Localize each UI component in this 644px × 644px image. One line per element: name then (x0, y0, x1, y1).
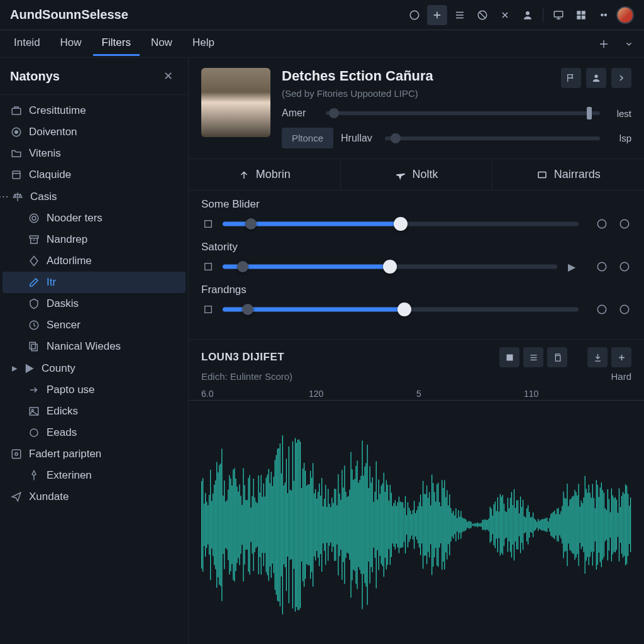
sidebar-item-daskis[interactable]: Daskis (3, 293, 186, 314)
svg-rect-216 (429, 492, 430, 558)
svg-rect-145 (339, 494, 340, 557)
svg-rect-39 (205, 493, 206, 557)
svg-rect-357 (608, 489, 608, 560)
svg-rect-3 (554, 11, 563, 17)
sidebar-close-icon[interactable]: ✕ (158, 67, 178, 86)
svg-rect-348 (596, 480, 597, 569)
collapse-icon[interactable] (594, 34, 614, 54)
at-icon[interactable] (618, 217, 631, 231)
waveform-display[interactable] (201, 406, 631, 644)
more-icon[interactable]: •• (594, 5, 614, 25)
svg-rect-38 (204, 504, 204, 547)
svg-rect-135 (326, 507, 327, 543)
close-icon[interactable] (495, 5, 515, 25)
slider-2[interactable] (223, 306, 579, 313)
svg-rect-159 (357, 460, 357, 589)
svg-rect-187 (392, 506, 393, 544)
sidebar-item-edicks[interactable]: Edicks (3, 401, 186, 422)
sidebar-item-fadert-paripten[interactable]: Fadert paripten (3, 443, 186, 465)
tab-nairrards[interactable]: Nairrards (492, 159, 644, 190)
sidebar-item-nanical-wiedes[interactable]: Nanical Wiedes (3, 336, 186, 357)
menu-filters[interactable]: Filters (93, 31, 140, 56)
svg-rect-361 (613, 496, 613, 555)
svg-rect-151 (347, 497, 347, 553)
disabled-icon[interactable] (472, 5, 492, 25)
sidebar-item-nooder-ters[interactable]: Nooder ters (3, 208, 186, 229)
tab-mobrin[interactable]: Mobrin (189, 159, 341, 190)
marker-icon[interactable]: ▶ (565, 260, 579, 274)
add-button[interactable] (427, 5, 447, 25)
svg-rect-128 (318, 492, 318, 558)
sidebar-item-xundate[interactable]: Xundate (3, 486, 186, 508)
slider2[interactable] (385, 136, 600, 140)
wf-add-icon[interactable] (611, 347, 631, 367)
svg-rect-336 (581, 501, 582, 549)
chevron-down-icon[interactable] (619, 34, 639, 54)
tag-icon[interactable] (595, 303, 609, 316)
slider-1[interactable] (223, 264, 557, 270)
svg-rect-48 (216, 462, 217, 588)
svg-rect-120 (308, 484, 308, 565)
svg-rect-167 (367, 445, 368, 605)
sidebar-item-sencer[interactable]: Sencer (3, 314, 186, 336)
svg-rect-308 (545, 518, 546, 531)
sidebar-item-label: Itr (47, 276, 56, 289)
svg-rect-95 (276, 455, 277, 594)
close-circle-icon[interactable] (595, 217, 609, 231)
sidebar-item-county[interactable]: ▸County (3, 357, 186, 379)
ruler-tick: 120 (309, 389, 416, 399)
tab-noltk[interactable]: Noltk (341, 159, 493, 190)
user-icon[interactable] (518, 5, 538, 25)
wf-list-icon[interactable] (523, 347, 543, 367)
slider-0[interactable] (223, 221, 579, 227)
wf-download-icon[interactable] (587, 347, 608, 367)
svg-rect-263 (489, 518, 489, 531)
svg-rect-131 (321, 478, 322, 572)
user-avatar[interactable] (616, 6, 634, 24)
svg-rect-164 (364, 475, 364, 574)
sidebar-item-cresittutime[interactable]: Cresittutime (3, 100, 186, 121)
wf-view-icon[interactable] (499, 347, 519, 367)
menu-inteid[interactable]: Inteid (5, 31, 49, 56)
at-icon[interactable] (618, 303, 631, 316)
wf-copy-icon[interactable] (547, 347, 567, 367)
sidebar-item-doiventon[interactable]: Doiventon (3, 121, 186, 143)
svg-rect-133 (324, 499, 325, 551)
svg-rect-295 (529, 512, 530, 538)
pltonce-button[interactable]: Pltonce (282, 128, 333, 148)
menu-help[interactable]: Help (184, 31, 223, 56)
sidebar-item-exterinen[interactable]: Exterinen (3, 465, 186, 486)
svg-rect-210 (421, 506, 422, 543)
person-icon[interactable] (586, 68, 606, 88)
menu-now[interactable]: Now (142, 31, 181, 56)
flag-icon[interactable] (561, 68, 581, 88)
sidebar-item-claquide[interactable]: Claquide (3, 164, 186, 186)
slider1[interactable] (326, 111, 600, 115)
svg-rect-224 (439, 502, 440, 547)
svg-rect-247 (468, 521, 469, 529)
svg-rect-365 (618, 513, 618, 536)
svg-point-30 (620, 262, 629, 271)
svg-rect-45 (213, 494, 213, 556)
monitor-icon[interactable] (548, 5, 569, 25)
svg-rect-176 (379, 480, 379, 570)
sidebar-item-adtorlime[interactable]: Adtorlime (3, 250, 186, 272)
sidebar-item-vitenis[interactable]: Vitenis (3, 143, 186, 164)
svg-rect-368 (621, 496, 622, 554)
svg-rect-11 (13, 171, 20, 179)
person-icon[interactable] (595, 260, 609, 274)
sidebar-item-eeads[interactable]: Eeads (3, 422, 186, 443)
circle-icon[interactable] (404, 5, 425, 25)
next-icon[interactable] (611, 68, 631, 88)
sidebar-item-itr[interactable]: Itr (3, 272, 186, 293)
svg-rect-66 (239, 484, 240, 565)
sidebar-item-nandrep[interactable]: Nandrep (3, 229, 186, 250)
grid-icon[interactable] (571, 5, 591, 25)
sidebar-item-casis[interactable]: ⋯Casis (3, 186, 186, 208)
sidebar-item-papto-use[interactable]: Papto use (3, 379, 186, 401)
menu-how[interactable]: How (52, 31, 91, 56)
up-arrow-icon (238, 169, 250, 180)
menu-icon[interactable] (450, 5, 470, 25)
svg-rect-305 (541, 519, 542, 530)
redo-icon[interactable] (618, 260, 631, 274)
